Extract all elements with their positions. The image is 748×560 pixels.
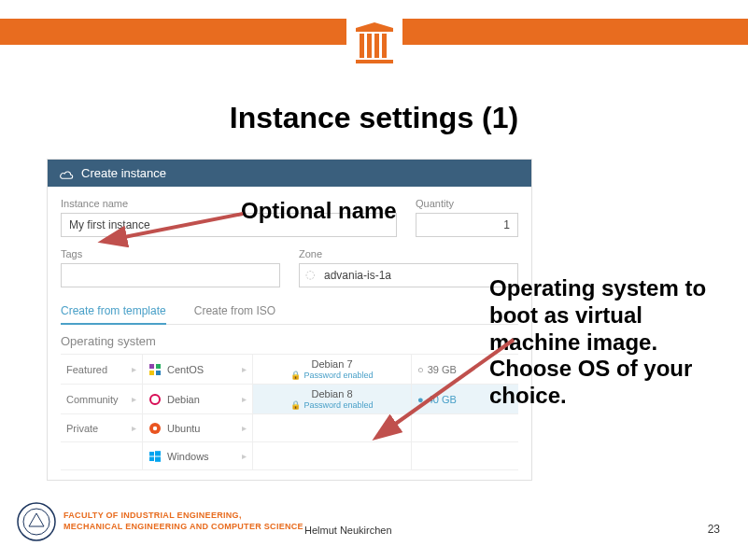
lock-icon: 🔒 — [290, 371, 301, 380]
svg-rect-17 — [155, 456, 161, 461]
windows-icon — [148, 450, 162, 463]
faculty-line-1: FACULTY OF INDUSTRIAL ENGINEERING, — [64, 511, 303, 522]
quantity-label: Quantity — [416, 198, 518, 209]
svg-rect-9 — [149, 371, 154, 375]
page-number: 23 — [708, 523, 720, 536]
university-seal-icon — [17, 502, 56, 541]
os-section-label: Operating system — [61, 334, 518, 348]
os-windows[interactable]: Windows▸ — [143, 442, 253, 469]
chevron-right-icon: ▸ — [242, 423, 247, 433]
annotation-optional-name: Optional name — [241, 198, 397, 225]
footer-logo: FACULTY OF INDUSTRIAL ENGINEERING, MECHA… — [17, 502, 303, 541]
svg-rect-4 — [367, 34, 372, 58]
svg-rect-6 — [382, 34, 387, 58]
panel-header-title: Create instance — [81, 166, 166, 180]
category-featured[interactable]: Featured — [66, 364, 107, 375]
svg-rect-3 — [360, 34, 364, 58]
svg-rect-16 — [149, 456, 154, 461]
panel-header: Create instance — [48, 160, 531, 187]
tags-label: Tags — [61, 248, 280, 259]
svg-rect-1 — [356, 28, 393, 32]
svg-rect-15 — [155, 451, 161, 455]
source-tabs: Create from template Create from ISO — [61, 299, 518, 325]
svg-rect-0 — [356, 60, 393, 63]
chevron-right-icon: ▸ — [242, 364, 247, 374]
os-row-debian: Community▸ Debian▸ Debian 8 🔒Password en… — [61, 385, 518, 414]
chevron-right-icon: ▸ — [132, 423, 136, 433]
quantity-input[interactable] — [416, 213, 518, 237]
svg-rect-5 — [374, 34, 379, 58]
pillars-icon — [354, 22, 395, 67]
circle-icon: ○ — [417, 364, 424, 375]
cloud-icon — [59, 167, 74, 180]
svg-rect-10 — [156, 371, 161, 375]
zone-select[interactable] — [299, 263, 518, 287]
zone-label: Zone — [299, 248, 518, 259]
os-row-centos: Featured▸ CentOS▸ Debian 7 🔒Password ena… — [61, 355, 518, 385]
svg-rect-7 — [149, 364, 154, 369]
os-centos[interactable]: CentOS▸ — [143, 355, 253, 384]
chevron-right-icon: ▸ — [242, 394, 247, 404]
os-row-ubuntu: Private▸ Ubuntu▸ — [61, 414, 518, 442]
ubuntu-icon — [148, 422, 162, 435]
svg-point-13 — [153, 426, 157, 429]
lock-icon: 🔒 — [290, 400, 301, 410]
svg-point-11 — [150, 395, 160, 404]
university-logo — [346, 19, 402, 75]
tags-input[interactable] — [61, 263, 280, 287]
annotation-os-choice: Operating system to boot as virtual mach… — [489, 275, 732, 410]
category-community[interactable]: Community — [66, 394, 119, 405]
os-debian[interactable]: Debian▸ — [143, 385, 253, 413]
dot-icon: ● — [417, 394, 424, 405]
slide-title: Instance settings (1) — [0, 101, 748, 135]
category-private[interactable]: Private — [66, 423, 98, 434]
tab-iso[interactable]: Create from ISO — [194, 299, 275, 324]
svg-rect-14 — [149, 452, 154, 456]
svg-rect-8 — [156, 364, 161, 369]
footer-author: Helmut Neukirchen — [304, 525, 392, 536]
faculty-line-2: MECHANICAL ENGINEERING AND COMPUTER SCIE… — [64, 522, 303, 533]
svg-marker-2 — [356, 22, 393, 28]
tab-template[interactable]: Create from template — [61, 299, 166, 325]
chevron-right-icon: ▸ — [132, 394, 136, 404]
chevron-right-icon: ▸ — [242, 451, 247, 461]
version-deb7[interactable]: Debian 7 🔒Password enabled — [253, 355, 412, 384]
os-ubuntu[interactable]: Ubuntu▸ — [143, 414, 253, 441]
os-row-windows: Windows▸ — [61, 442, 518, 470]
version-deb8[interactable]: Debian 8 🔒Password enabled — [253, 385, 412, 413]
chevron-right-icon: ▸ — [132, 364, 136, 374]
os-grid: Featured▸ CentOS▸ Debian 7 🔒Password ena… — [61, 354, 518, 470]
centos-icon — [148, 363, 162, 376]
globe-icon: ◌ — [305, 268, 315, 281]
debian-icon — [148, 393, 162, 406]
